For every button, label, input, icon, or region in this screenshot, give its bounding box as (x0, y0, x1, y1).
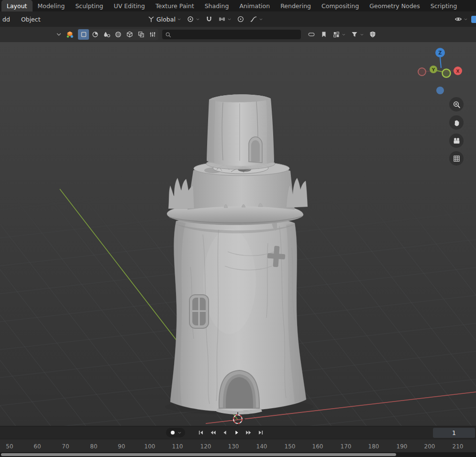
pivot-point-dropdown[interactable] (187, 15, 200, 23)
chevron-down-icon (196, 17, 200, 22)
chevron-down-icon (177, 17, 181, 22)
horizontal-scrollbar[interactable] (1, 453, 396, 456)
camera-view-button[interactable] (449, 134, 464, 148)
filter-dropdown[interactable] (351, 31, 364, 38)
proportional-editing-toggle[interactable] (237, 15, 244, 23)
tab-layout[interactable]: Layout (1, 0, 33, 11)
ruler-tick-label: 140 (256, 443, 267, 450)
orientation-label: Global (156, 16, 176, 23)
gizmo-z-positive[interactable]: Z (435, 48, 445, 57)
snap-target-icon (218, 15, 226, 23)
ruler-tick-label: 90 (118, 443, 125, 450)
viewport-canvas[interactable]: Z X Y (0, 42, 476, 426)
previous-keyframe-button[interactable] (208, 428, 218, 437)
tab-texture-paint[interactable]: Texture Paint (150, 0, 199, 11)
search-icon (165, 32, 171, 38)
timeline-ruler[interactable]: 50 60 70 80 90 100 110 120 130 140 150 1… (0, 439, 476, 452)
pivot-point-icon (187, 15, 194, 23)
tab-uv-editing[interactable]: UV Editing (109, 0, 150, 11)
mode-vertex-paint-button[interactable] (112, 29, 123, 40)
ruler-tick-label: 120 (200, 443, 211, 450)
mode-sculpt-button[interactable] (101, 29, 112, 40)
display-mode-dropdown[interactable] (332, 31, 346, 38)
jump-to-start-button[interactable] (196, 428, 206, 437)
gizmo-partial-icon (471, 16, 476, 23)
3d-viewport[interactable]: Z X Y (0, 42, 476, 426)
mode-particle-edit-button[interactable] (147, 29, 158, 40)
tab-sculpting[interactable]: Sculpting (70, 0, 108, 11)
tool-header (0, 27, 476, 42)
mode-object-button[interactable] (78, 29, 89, 40)
header-collapse-chevron-icon[interactable] (55, 31, 62, 38)
ruler-tick-label: 80 (90, 443, 97, 450)
next-keyframe-button[interactable] (244, 428, 254, 437)
ruler-tick-label: 190 (397, 443, 408, 450)
tab-rendering[interactable]: Rendering (275, 0, 316, 11)
viewport-menus: dd Object (1, 11, 42, 27)
play-button[interactable] (232, 428, 242, 437)
snap-settings-dropdown[interactable] (218, 15, 232, 23)
gizmo-y-negative[interactable] (443, 69, 451, 78)
auto-keyframe-group[interactable] (166, 428, 185, 437)
transform-controls: Global (147, 11, 263, 27)
timeline-footer (0, 452, 476, 457)
gizmo-z-negative[interactable] (436, 87, 444, 94)
ruler-tick-label: 160 (312, 443, 323, 450)
falloff-dropdown[interactable] (250, 15, 263, 23)
proportional-editing-icon (237, 15, 244, 23)
zoom-button[interactable] (449, 97, 464, 111)
tab-shading[interactable]: Shading (199, 0, 234, 11)
snap-toggle[interactable] (205, 15, 213, 23)
play-reverse-button[interactable] (220, 428, 230, 437)
record-icon[interactable] (171, 431, 175, 435)
overlap-squares-icon (137, 31, 145, 38)
visibility-dropdown[interactable] (454, 15, 468, 23)
ortho-toggle-button[interactable] (449, 151, 464, 166)
chevron-down-icon[interactable] (177, 431, 182, 435)
model-window-left (189, 295, 209, 328)
menu-row-right (454, 11, 475, 27)
tab-compositing[interactable]: Compositing (316, 0, 364, 11)
pan-button[interactable] (449, 115, 464, 130)
menu-object[interactable]: Object (20, 15, 42, 24)
gizmo-x-negative[interactable] (418, 68, 426, 76)
jump-to-end-button[interactable] (255, 428, 266, 437)
transform-orientation-dropdown[interactable]: Global (147, 15, 181, 23)
ortho-grid-icon (453, 155, 461, 163)
search-input[interactable] (174, 31, 298, 38)
display-mode-icon (332, 31, 340, 38)
ruler-tick-label: 180 (368, 443, 379, 450)
select-box-icon (80, 31, 88, 38)
options-pill-icon[interactable] (308, 31, 315, 38)
overlay-shield-icon[interactable] (369, 31, 376, 38)
gizmo-x-positive[interactable]: X (454, 67, 462, 75)
tab-animation[interactable]: Animation (234, 0, 275, 11)
chevron-down-icon (342, 33, 346, 37)
menu-add[interactable]: dd (1, 15, 11, 24)
gizmo-y-positive[interactable]: Y (430, 66, 437, 73)
tab-scripting[interactable]: Scripting (425, 0, 463, 11)
editor-type-icon[interactable] (66, 31, 74, 38)
pie-circle-icon (91, 31, 99, 38)
frame-number-field[interactable]: 1 (433, 428, 475, 438)
chevron-down-icon (259, 17, 263, 22)
tab-modeling[interactable]: Modeling (33, 0, 70, 11)
ruler-tick-label: 60 (33, 443, 41, 450)
snap-magnet-icon (205, 15, 213, 23)
filter-funnel-icon (351, 31, 358, 38)
ruler-tick-label: 70 (62, 443, 69, 450)
mode-weight-paint-button[interactable] (124, 29, 135, 40)
chevron-down-icon (360, 33, 364, 37)
bookmark-icon[interactable] (320, 31, 328, 38)
camera-icon (453, 137, 461, 145)
visibility-eye-icon (454, 15, 462, 23)
ruler-tick-label: 170 (341, 443, 352, 450)
viewport-search[interactable] (162, 30, 301, 39)
tab-geometry-nodes[interactable]: Geometry Nodes (364, 0, 425, 11)
ruler-tick-label: 210 (453, 443, 464, 450)
workspace-tabbar: Layout Modeling Sculpting UV Editing Tex… (0, 0, 476, 11)
mode-edit-button[interactable] (89, 29, 100, 40)
mode-texture-paint-button[interactable] (135, 29, 146, 40)
chevron-down-icon (227, 17, 232, 22)
ruler-tick-label: 130 (228, 443, 239, 450)
